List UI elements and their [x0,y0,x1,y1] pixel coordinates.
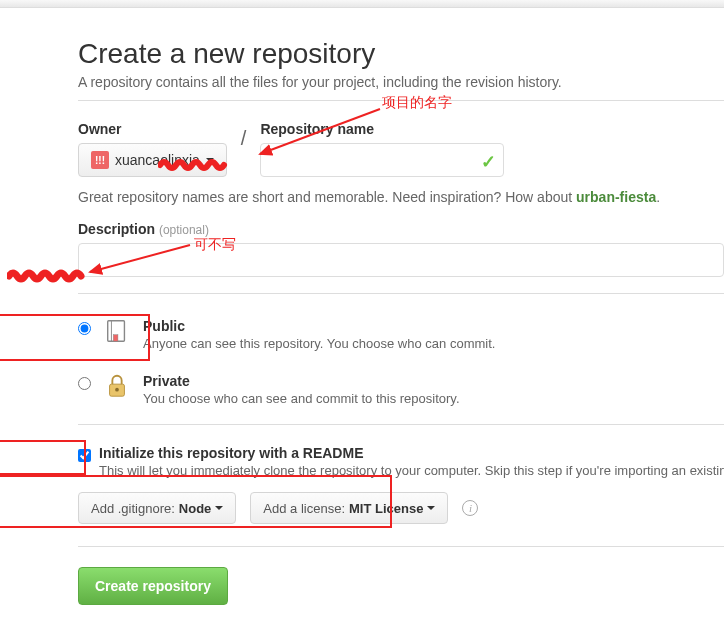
svg-point-4 [115,388,119,392]
desc-label-text: Description [78,221,155,237]
repo-public-icon [103,318,131,344]
repo-name-col: Repository name ✓ [260,121,504,177]
gitignore-dropdown[interactable]: Add .gitignore: Node [78,492,236,524]
init-title: Initialize this repository with a README [99,445,724,461]
repo-name-wrap: ✓ [260,143,504,177]
top-bar [0,0,724,8]
public-desc: Anyone can see this repository. You choo… [143,336,495,351]
owner-col: Owner !!! xuancaolinxia [78,121,227,177]
caret-down-icon [206,158,214,162]
repo-name-label: Repository name [260,121,504,137]
description-col: Description (optional) [78,221,724,277]
public-text: Public Anyone can see this repository. Y… [143,318,495,351]
divider [78,100,724,101]
init-text: Initialize this repository with a README… [99,445,724,478]
init-desc: This will let you immediately clone the … [99,463,724,478]
private-title: Private [143,373,460,389]
divider [78,293,724,294]
public-radio[interactable] [78,322,91,335]
description-input[interactable] [78,243,724,277]
highlight-box-readme [0,440,86,475]
description-label: Description (optional) [78,221,724,237]
hint-after: . [656,189,660,205]
owner-label: Owner [78,121,227,137]
owner-select[interactable]: !!! xuancaolinxia [78,143,227,177]
info-icon[interactable]: i [462,500,478,516]
hint-text: Great repository names are short and mem… [78,189,576,205]
page-title: Create a new repository [78,38,724,70]
optional-text: (optional) [159,223,209,237]
avatar-icon: !!! [91,151,109,169]
annotation-name: 项目的名字 [382,94,452,112]
divider [78,546,724,547]
public-option[interactable]: Public Anyone can see this repository. Y… [78,314,724,355]
private-radio[interactable] [78,377,91,390]
gitignore-prefix: Add .gitignore: [91,501,175,516]
public-title: Public [143,318,495,334]
check-icon: ✓ [481,151,496,173]
gitignore-value: Node [179,501,212,516]
init-readme-checkbox[interactable] [78,449,91,462]
license-value: MIT License [349,501,423,516]
repo-name-input[interactable] [260,143,504,177]
svg-rect-2 [113,335,118,342]
license-prefix: Add a license: [263,501,345,516]
private-desc: You choose who can see and commit to thi… [143,391,460,406]
dropdown-row: Add .gitignore: Node Add a license: MIT … [78,492,724,524]
owner-username: xuancaolinxia [115,152,200,168]
page-container: Create a new repository A repository con… [0,8,724,635]
caret-down-icon [427,506,435,510]
caret-down-icon [215,506,223,510]
suggestion-link[interactable]: urban-fiesta [576,189,656,205]
license-dropdown[interactable]: Add a license: MIT License [250,492,448,524]
lock-icon [103,373,131,399]
divider [78,424,724,425]
slash-divider: / [237,121,251,150]
init-readme-row[interactable]: Initialize this repository with a README… [78,445,724,478]
private-text: Private You choose who can see and commi… [143,373,460,406]
owner-repo-row: Owner !!! xuancaolinxia / Repository nam… [78,121,724,177]
scribble-description [7,267,87,285]
private-option[interactable]: Private You choose who can see and commi… [78,369,724,410]
create-repository-button[interactable]: Create repository [78,567,228,605]
repo-hint: Great repository names are short and mem… [78,189,724,205]
page-subtitle: A repository contains all the files for … [78,74,724,90]
